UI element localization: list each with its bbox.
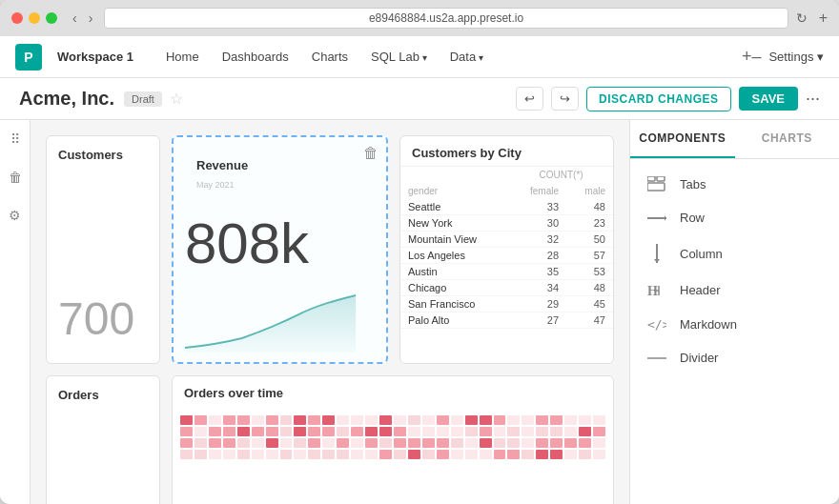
heatmap-cell bbox=[522, 427, 534, 436]
orders-card: Orders 10,000 bbox=[46, 375, 160, 504]
heatmap-cell bbox=[266, 415, 278, 425]
heatmap-cell bbox=[252, 438, 264, 448]
heatmap-cell bbox=[209, 415, 221, 425]
heatmap-cell bbox=[294, 427, 306, 436]
save-button[interactable]: SAVE bbox=[739, 87, 798, 111]
settings-widget-button[interactable]: ⚙ bbox=[5, 204, 25, 227]
table-row: New York3023 bbox=[400, 215, 613, 232]
heatmap-cell bbox=[579, 415, 591, 425]
city-cell: Austin bbox=[400, 264, 509, 280]
nav-sqllab[interactable]: SQL Lab bbox=[361, 46, 437, 68]
nav-charts[interactable]: Charts bbox=[302, 46, 358, 68]
delete-widget-button[interactable]: 🗑 bbox=[5, 166, 26, 189]
nav-data[interactable]: Data bbox=[440, 46, 493, 68]
heatmap-cell bbox=[379, 450, 392, 459]
heatmap-cell bbox=[422, 438, 435, 448]
table-row: Seattle3348 bbox=[400, 199, 613, 215]
divider-icon bbox=[645, 355, 668, 361]
sidebar-item-markdown[interactable]: </> Markdown bbox=[630, 307, 839, 341]
customers-card-title: Customers bbox=[58, 148, 148, 162]
sidebar-item-row[interactable]: Row bbox=[630, 201, 839, 234]
heatmap-cell bbox=[394, 415, 406, 425]
heatmap-cell bbox=[480, 438, 492, 448]
sidebar-item-divider[interactable]: Divider bbox=[630, 341, 839, 374]
back-button[interactable]: ‹ bbox=[69, 9, 81, 28]
undo-button[interactable]: ↩ bbox=[516, 87, 543, 111]
heatmap-cell bbox=[280, 438, 293, 448]
maximize-button[interactable] bbox=[46, 12, 57, 24]
charts-tab[interactable]: CHARTS bbox=[735, 120, 840, 158]
nav-plus-button[interactable]: +– bbox=[742, 47, 762, 67]
heatmap-cell bbox=[194, 438, 207, 448]
orders-card-title: Orders bbox=[58, 388, 148, 402]
favorite-button[interactable]: ☆ bbox=[170, 90, 183, 108]
heatmap-cell bbox=[337, 427, 349, 436]
browser-titlebar: ‹ › e89468884.us2a.app.preset.io ↻ + bbox=[0, 0, 839, 36]
revenue-date-label: May 2021 bbox=[185, 180, 375, 190]
orders-heatmap bbox=[173, 412, 613, 467]
female-cell: 32 bbox=[509, 232, 566, 248]
discard-changes-button[interactable]: DISCARD CHANGES bbox=[586, 87, 731, 111]
table-row: Chicago3448 bbox=[400, 280, 613, 296]
new-tab-button[interactable]: + bbox=[819, 10, 828, 27]
delete-revenue-button[interactable]: 🗑 bbox=[363, 145, 379, 162]
male-cell: 23 bbox=[566, 215, 613, 232]
male-cell: 57 bbox=[566, 248, 613, 264]
nav-settings-button[interactable]: Settings ▾ bbox=[768, 50, 824, 64]
minimize-button[interactable] bbox=[29, 12, 40, 24]
customers-by-city-card: Customers by City COUNT(*) gender female bbox=[399, 135, 614, 364]
nav-home[interactable]: Home bbox=[156, 46, 209, 68]
female-cell: 34 bbox=[509, 280, 566, 296]
nav-dashboards[interactable]: Dashboards bbox=[213, 46, 298, 68]
markdown-icon: </> bbox=[645, 316, 668, 332]
heatmap-cell bbox=[593, 427, 605, 436]
main-content: ⠿ 🗑 ⚙ Customers 700 bbox=[0, 120, 839, 504]
nav-links: Home Dashboards Charts SQL Lab Data bbox=[156, 46, 493, 68]
heatmap-cell bbox=[408, 415, 420, 425]
heatmap-cell bbox=[437, 415, 449, 425]
heatmap-cell bbox=[480, 415, 492, 425]
heatmap-cell bbox=[465, 450, 478, 459]
heatmap-cell bbox=[522, 438, 534, 448]
more-options-button[interactable]: ··· bbox=[806, 89, 820, 109]
heatmap-cell bbox=[536, 438, 548, 448]
redo-button[interactable]: ↪ bbox=[551, 87, 579, 111]
sidebar-item-column[interactable]: Column bbox=[630, 234, 839, 272]
heatmap-cell bbox=[252, 415, 264, 425]
heatmap-cell bbox=[422, 415, 435, 425]
heatmap-cell bbox=[209, 427, 221, 436]
city-cell: Mountain View bbox=[400, 232, 509, 248]
heatmap-cell bbox=[536, 415, 548, 425]
heatmap-cell bbox=[294, 450, 306, 459]
browser-window: ‹ › e89468884.us2a.app.preset.io ↻ + P W… bbox=[0, 0, 839, 504]
svg-rect-2 bbox=[647, 183, 665, 191]
heatmap-cell bbox=[522, 415, 534, 425]
heatmap-cell bbox=[394, 427, 406, 436]
heatmap-cell bbox=[379, 415, 392, 425]
heatmap-cell bbox=[408, 427, 420, 436]
sidebar-item-tabs[interactable]: Tabs bbox=[630, 167, 839, 201]
table-row: Palo Alto2747 bbox=[400, 312, 613, 329]
customers-by-city-title: Customers by City bbox=[400, 136, 613, 167]
revenue-card: Revenue 🗑 May 2021 808k bbox=[172, 135, 388, 364]
draft-badge: Draft bbox=[124, 91, 162, 107]
components-tab[interactable]: COMPONENTS bbox=[630, 120, 735, 158]
heatmap-cell bbox=[550, 427, 563, 436]
male-cell: 50 bbox=[566, 232, 613, 248]
refresh-button[interactable]: ↻ bbox=[796, 10, 808, 26]
orders-card-value: 10,000 bbox=[58, 491, 148, 504]
orders-over-time-title: Orders over time bbox=[184, 386, 602, 400]
heatmap-cell bbox=[252, 450, 264, 459]
close-button[interactable] bbox=[11, 12, 23, 24]
heatmap-cell bbox=[536, 427, 548, 436]
header-icon: H bbox=[645, 282, 668, 297]
heatmap-cell bbox=[180, 427, 193, 436]
drag-handle-button[interactable]: ⠿ bbox=[7, 128, 24, 151]
forward-button[interactable]: › bbox=[85, 9, 97, 28]
sidebar-item-header[interactable]: H Header bbox=[630, 272, 839, 307]
traffic-lights bbox=[11, 12, 57, 24]
address-bar[interactable]: e89468884.us2a.app.preset.io bbox=[104, 8, 788, 29]
heatmap-cell bbox=[237, 450, 250, 459]
heatmap-cell bbox=[379, 438, 392, 448]
heatmap-cell bbox=[223, 438, 235, 448]
